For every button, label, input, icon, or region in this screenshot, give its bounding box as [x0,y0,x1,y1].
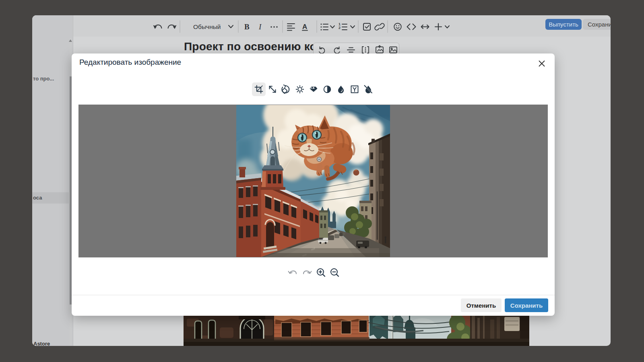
svg-text:2: 2 [339,26,341,30]
svg-text:I: I [258,23,262,31]
svg-text:B: B [244,23,250,31]
svg-text:A: A [302,23,307,31]
